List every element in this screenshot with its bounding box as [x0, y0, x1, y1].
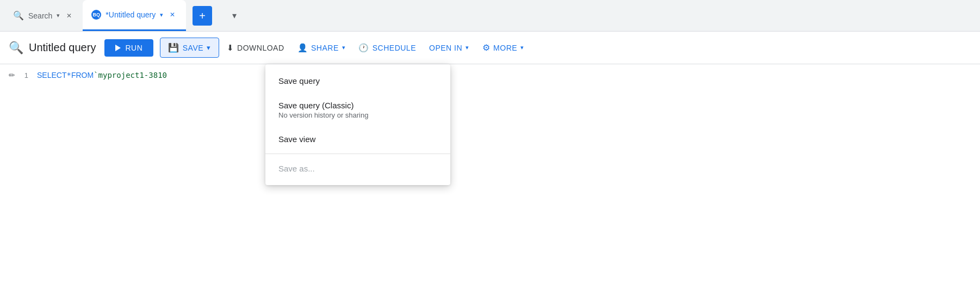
download-label: DOWNLOAD: [237, 44, 284, 52]
code-editor[interactable]: ✏ 1 SELECT * FROM `myproject1-3810 1000: [0, 64, 980, 86]
open-in-label: OPEN IN: [429, 44, 462, 52]
save-query-classic-label: Save query (Classic): [278, 101, 437, 110]
add-icon: +: [199, 10, 206, 21]
schedule-icon: 🕐: [358, 43, 369, 53]
tab-search-label: Search: [28, 11, 52, 20]
share-dropdown-arrow[interactable]: ▾: [342, 44, 346, 51]
code-keyword-from: FROM: [71, 71, 94, 79]
gear-icon: ⚙: [482, 42, 491, 53]
save-query-classic-sublabel: No version history or sharing: [278, 111, 437, 119]
save-dropdown-arrow[interactable]: ▾: [207, 44, 211, 52]
save-icon: 💾: [168, 42, 179, 53]
save-query-label: Save query: [278, 76, 437, 85]
save-label: SAVE: [183, 44, 203, 52]
open-in-button[interactable]: OPEN IN ▾: [424, 39, 475, 57]
schedule-label: SCHEDULE: [373, 44, 416, 52]
query-tab-bq-icon: BQ: [91, 10, 101, 20]
menu-item-save-query-classic[interactable]: Save query (Classic) No version history …: [265, 93, 450, 127]
code-line-1: ✏ 1 SELECT * FROM `myproject1-3810 1000: [0, 71, 980, 79]
add-tab-button[interactable]: +: [193, 6, 212, 26]
share-icon: 👤: [297, 43, 308, 53]
download-icon: ⬇: [227, 43, 234, 53]
code-table-name: `myproject1-3810: [94, 71, 167, 79]
menu-item-save-query[interactable]: Save query: [265, 69, 450, 93]
tab-query-label: *Untitled query: [106, 10, 156, 19]
code-keyword-select: SELECT: [37, 71, 66, 79]
download-button[interactable]: ⬇ DOWNLOAD: [221, 39, 290, 57]
tab-list-dropdown[interactable]: ▾: [226, 7, 243, 24]
search-tab-close[interactable]: ✕: [64, 11, 74, 21]
search-tab-dropdown-icon[interactable]: ▾: [57, 12, 60, 19]
query-tab-dropdown-icon[interactable]: ▾: [160, 11, 163, 19]
more-label: MORE: [493, 44, 517, 52]
save-as-label: Save as...: [278, 164, 437, 173]
query-search-icon: 🔍: [9, 41, 23, 55]
menu-item-save-view[interactable]: Save view: [265, 127, 450, 151]
run-play-icon: [115, 45, 121, 51]
save-view-label: Save view: [278, 134, 437, 144]
toolbar: 🔍 Untitled query RUN 💾 SAVE ▾ ⬇ DOWNLOAD…: [0, 32, 980, 64]
run-button[interactable]: RUN: [104, 39, 153, 57]
share-button[interactable]: 👤 SHARE ▾: [292, 39, 351, 57]
more-dropdown-arrow[interactable]: ▾: [520, 44, 524, 51]
save-dropdown-menu: Save query Save query (Classic) No versi…: [265, 64, 450, 185]
save-button[interactable]: 💾 SAVE ▾: [160, 38, 219, 58]
page-title: Untitled query: [29, 41, 96, 54]
tab-search[interactable]: 🔍 Search ▾ ✕: [4, 0, 83, 31]
run-label: RUN: [125, 44, 142, 52]
more-button[interactable]: ⚙ MORE ▾: [477, 38, 530, 57]
toolbar-title-area: 🔍 Untitled query: [9, 41, 96, 55]
menu-divider: [265, 154, 450, 154]
code-star: *: [66, 71, 71, 79]
tab-query[interactable]: BQ *Untitled query ▾ ✕: [83, 0, 186, 31]
search-tab-icon: 🔍: [13, 10, 24, 21]
schedule-button[interactable]: 🕐 SCHEDULE: [353, 39, 421, 57]
share-label: SHARE: [311, 44, 339, 52]
query-tab-close[interactable]: ✕: [168, 10, 177, 20]
menu-item-save-as[interactable]: Save as...: [265, 156, 450, 181]
open-in-dropdown-arrow[interactable]: ▾: [466, 44, 469, 51]
edit-pencil-icon: ✏: [4, 71, 20, 79]
chevron-down-icon: ▾: [232, 10, 237, 21]
line-number-1: 1: [20, 71, 37, 79]
tab-bar: 🔍 Search ▾ ✕ BQ *Untitled query ▾ ✕ + ▾: [0, 0, 980, 32]
